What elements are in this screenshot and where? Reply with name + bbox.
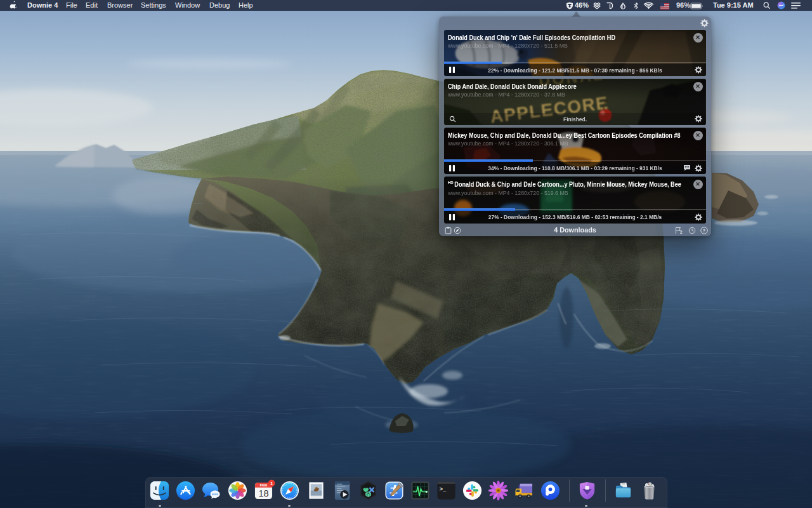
svg-text:18: 18 [259, 488, 269, 498]
svg-text:?: ? [703, 228, 705, 232]
svg-text:>_: >_ [440, 486, 447, 493]
svg-text:FEB: FEB [260, 483, 268, 487]
svg-text:1: 1 [270, 481, 273, 486]
svg-text:2: 2 [680, 230, 683, 234]
